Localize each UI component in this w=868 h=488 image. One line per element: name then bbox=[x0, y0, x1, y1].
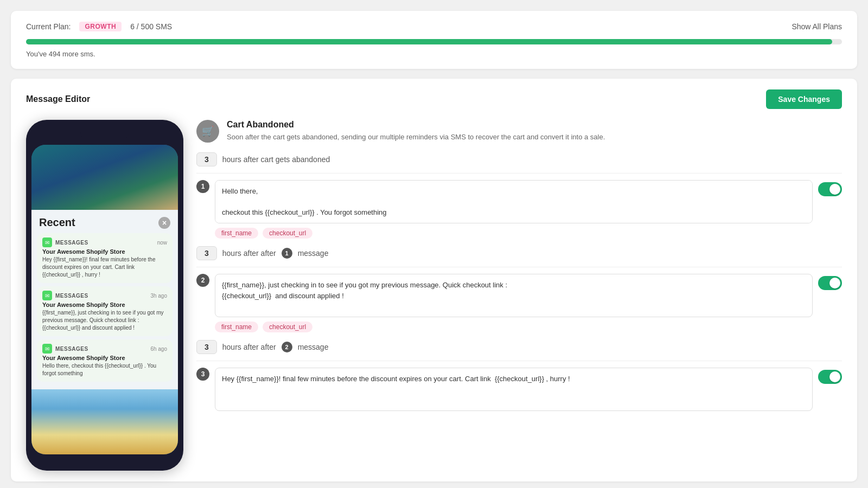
toggle-thumb-3 bbox=[829, 371, 840, 382]
recent-close-button[interactable]: × bbox=[158, 217, 170, 229]
sms-store-2: Your Awesome Shopify Store bbox=[42, 301, 167, 308]
sms-label-3: MESSAGES bbox=[55, 346, 88, 352]
phone-notch bbox=[80, 127, 129, 139]
sms-notification-2: ✉ MESSAGES 3h ago Your Awesome Shopify S… bbox=[37, 286, 173, 336]
sms-body-1: Hey {{first_name}}! final few minutes be… bbox=[42, 256, 167, 279]
tag-checkout-url-2[interactable]: checkout_url bbox=[263, 322, 312, 332]
toggle-3[interactable] bbox=[818, 370, 842, 384]
timing-text-2b: message bbox=[298, 249, 329, 258]
sms-body-3: Hello there, checkout this {{checkout_ur… bbox=[42, 362, 167, 377]
timing-text-3: hours after after bbox=[222, 343, 276, 351]
cart-abandoned-title: Cart Abandoned bbox=[227, 120, 605, 130]
cart-info: Cart Abandoned Soon after the cart gets … bbox=[227, 120, 605, 143]
toggle-2[interactable] bbox=[818, 276, 842, 290]
sms-time-1: now bbox=[157, 240, 167, 246]
messages-icon-2: ✉ bbox=[42, 291, 52, 300]
cart-abandoned-header: 🛒 Cart Abandoned Soon after the cart get… bbox=[196, 120, 842, 143]
message-editor-card: Message Editor Save Changes Recent × bbox=[11, 79, 857, 481]
timing-row-3: 3 hours after after 2 message bbox=[196, 340, 842, 361]
toggle-track-1 bbox=[818, 182, 842, 196]
toggle-1[interactable] bbox=[818, 182, 842, 196]
message-textarea-2[interactable]: {{first_name}}, just checking in to see … bbox=[215, 274, 813, 317]
phone-mockup: Recent × ✉ MESSAGES now bbox=[26, 120, 183, 471]
msg-num-3: 3 bbox=[196, 368, 209, 381]
cart-icon: 🛒 bbox=[196, 120, 219, 143]
message-row-3: 3 Hey {{first_name}}! final few minutes … bbox=[196, 368, 842, 411]
timing-text-1: hours after cart gets abandoned bbox=[222, 155, 330, 164]
message-textarea-1[interactable]: Hello there, checkout this {{checkout_ur… bbox=[215, 180, 813, 223]
recent-title: Recent bbox=[39, 216, 75, 229]
tag-row-1: first_name checkout_url bbox=[215, 228, 842, 239]
editor-title: Message Editor bbox=[26, 94, 90, 104]
toggle-thumb-2 bbox=[829, 278, 840, 288]
plan-sms-usage: 6 / 500 SMS bbox=[130, 22, 172, 31]
timing-row-1: 3 hours after cart gets abandoned bbox=[196, 152, 842, 174]
phone-screen: Recent × ✉ MESSAGES now bbox=[31, 145, 178, 454]
message-row-2: 2 {{first_name}}, just checking in to se… bbox=[196, 274, 842, 317]
message-textarea-3[interactable]: Hey {{first_name}}! final few minutes be… bbox=[215, 368, 813, 411]
timing-text-3b: message bbox=[298, 343, 329, 351]
messages-icon-3: ✉ bbox=[42, 344, 52, 354]
plan-remaining-text: You've 494 more sms. bbox=[26, 50, 842, 58]
save-changes-button[interactable]: Save Changes bbox=[766, 89, 842, 109]
timing-text-2: hours after after bbox=[222, 249, 276, 258]
timing-num-3: 3 bbox=[196, 340, 217, 354]
toggle-thumb-1 bbox=[829, 184, 840, 195]
sms-notification-1: ✉ MESSAGES now Your Awesome Shopify Stor… bbox=[37, 233, 173, 283]
phone-recent-panel: Recent × ✉ MESSAGES now bbox=[31, 210, 178, 389]
sms-notification-3: ✉ MESSAGES 6h ago Your Awesome Shopify S… bbox=[37, 339, 173, 382]
msg-ref-1: 1 bbox=[282, 248, 292, 259]
cart-abandoned-desc: Soon after the cart gets abandoned, send… bbox=[227, 132, 605, 143]
message-block-2: 2 {{first_name}}, just checking in to se… bbox=[196, 274, 842, 332]
phone-wallpaper bbox=[31, 145, 178, 210]
tag-first-name-2[interactable]: first_name bbox=[215, 322, 258, 332]
message-block-3: 3 Hey {{first_name}}! final few minutes … bbox=[196, 368, 842, 411]
plan-label: Current Plan: bbox=[26, 22, 71, 31]
timing-row-2: 3 hours after after 1 message bbox=[196, 246, 842, 267]
sms-body-2: {{first_name}}, just checking in to see … bbox=[42, 309, 167, 332]
message-block-1: 1 Hello there, checkout this {{checkout_… bbox=[196, 180, 842, 239]
sms-label-2: MESSAGES bbox=[55, 293, 88, 299]
timing-num-1: 3 bbox=[196, 152, 217, 166]
show-all-plans-link[interactable]: Show All Plans bbox=[792, 22, 842, 31]
msg-ref-2: 2 bbox=[282, 342, 292, 352]
sms-store-3: Your Awesome Shopify Store bbox=[42, 355, 167, 361]
messages-icon-1: ✉ bbox=[42, 237, 52, 247]
msg-num-2: 2 bbox=[196, 274, 209, 287]
plan-badge: GROWTH bbox=[79, 22, 122, 31]
right-panel: 🛒 Cart Abandoned Soon after the cart get… bbox=[196, 120, 842, 419]
sms-time-3: 6h ago bbox=[150, 346, 167, 352]
recent-header: Recent × bbox=[37, 216, 173, 229]
sms-time-2: 3h ago bbox=[150, 293, 167, 299]
sms-label-1: MESSAGES bbox=[55, 240, 88, 246]
toggle-track-3 bbox=[818, 370, 842, 384]
phone-beach-bg bbox=[31, 389, 178, 454]
progress-bar-fill bbox=[26, 39, 832, 44]
editor-header: Message Editor Save Changes bbox=[26, 89, 842, 109]
message-row-1: 1 Hello there, checkout this {{checkout_… bbox=[196, 180, 842, 223]
msg-num-1: 1 bbox=[196, 180, 209, 193]
editor-body: Recent × ✉ MESSAGES now bbox=[26, 120, 842, 471]
plan-card: Current Plan: GROWTH 6 / 500 SMS Show Al… bbox=[11, 11, 857, 69]
tag-checkout-url-1[interactable]: checkout_url bbox=[263, 228, 312, 239]
timing-num-2: 3 bbox=[196, 246, 217, 260]
tag-first-name-1[interactable]: first_name bbox=[215, 228, 258, 239]
toggle-track-2 bbox=[818, 276, 842, 290]
progress-bar-wrap bbox=[26, 39, 842, 44]
tag-row-2: first_name checkout_url bbox=[215, 322, 842, 332]
sms-store-1: Your Awesome Shopify Store bbox=[42, 248, 167, 255]
